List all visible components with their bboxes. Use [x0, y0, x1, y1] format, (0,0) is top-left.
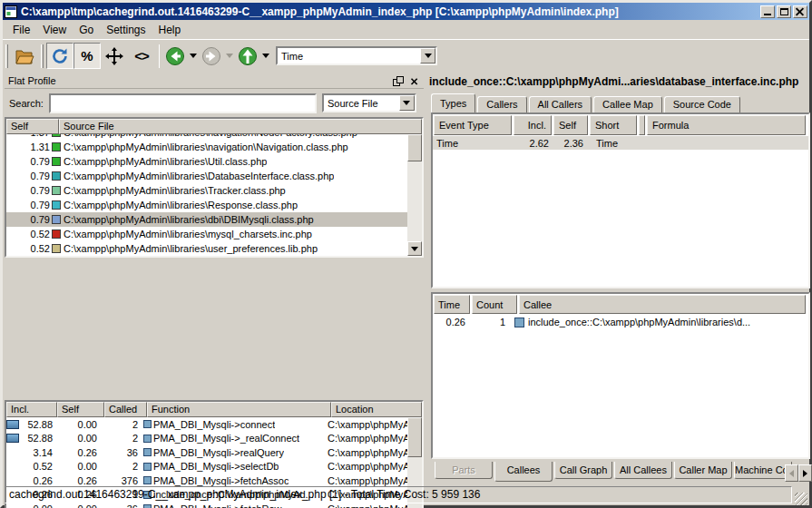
source-file-row[interactable]: 0.79 C:\xampp\phpMyAdmin\libraries\dbi\D…: [6, 212, 407, 227]
scroll-down-button[interactable]: [407, 241, 422, 256]
arrow-right-icon: [803, 470, 807, 477]
column-header-formula[interactable]: Formula: [647, 115, 806, 135]
column-header-incl[interactable]: Incl.: [514, 115, 552, 135]
event-type-row[interactable]: Time 2.62 2.36 Time: [433, 136, 808, 150]
column-header-source-file[interactable]: Source File: [59, 119, 422, 134]
source-file-row[interactable]: 0.79 C:\xampp\phpMyAdmin\libraries\Track…: [6, 183, 407, 198]
maximize-button[interactable]: [777, 5, 791, 18]
search-input[interactable]: [49, 93, 317, 113]
source-file-row[interactable]: 0.79 C:\xampp\phpMyAdmin\libraries\Util.…: [6, 154, 407, 169]
back-button[interactable]: [163, 43, 187, 69]
search-row: Search: Source File: [5, 91, 424, 115]
close-dock-button[interactable]: [407, 75, 421, 87]
flat-profile-panel: Flat Profile Search: Source File Self So…: [3, 72, 426, 484]
column-header-short[interactable]: Short: [590, 115, 637, 135]
function-row[interactable]: 52.88 0.00 2 PMA_DBI_Mysqli->_realConnec…: [6, 432, 407, 446]
column-header-called[interactable]: Called: [104, 402, 147, 417]
back-dropdown-icon[interactable]: [190, 54, 197, 58]
refresh-button[interactable]: [46, 43, 73, 69]
toolbar-handle[interactable]: [41, 44, 44, 68]
bottom-tab[interactable]: Machine Code: [734, 462, 792, 479]
dock-title-bar[interactable]: Flat Profile: [5, 73, 424, 89]
tabs-scroll-left-button[interactable]: [785, 464, 798, 482]
up-dropdown-icon[interactable]: [262, 54, 269, 58]
column-header-count[interactable]: Count: [472, 295, 517, 314]
source-file-path: C:\xampp\phpMyAdmin\libraries\Util.class…: [64, 156, 267, 167]
incl-value: 2.62: [513, 138, 549, 149]
column-header-event-type[interactable]: Event Type: [434, 115, 512, 135]
function-row[interactable]: 52.88 0.00 2 PMA_DBI_Mysqli->connect C:\…: [6, 417, 407, 432]
resize-grip-icon[interactable]: [795, 493, 807, 505]
vertical-scrollbar[interactable]: [407, 119, 422, 256]
function-row[interactable]: 0.52 0.00 2 PMA_DBI_Mysqli->selectDb C:\…: [6, 460, 407, 474]
event-type-value: Time: [278, 51, 420, 62]
combo-arrow-button[interactable]: [420, 48, 435, 64]
toolbar-handle[interactable]: [5, 44, 8, 68]
menu-item[interactable]: Settings: [100, 22, 152, 38]
forward-icon: [201, 46, 221, 66]
float-dock-button[interactable]: [391, 75, 405, 87]
location-value: C:\xampp\phpMyA: [328, 461, 407, 472]
menu-item[interactable]: Help: [152, 22, 188, 38]
bottom-tab[interactable]: All Callees: [614, 462, 672, 479]
column-header-incl[interactable]: Incl.: [6, 402, 57, 417]
detail-tab[interactable]: Callee Map: [593, 96, 662, 112]
combo-arrow-button[interactable]: [399, 95, 415, 111]
chevron-down-icon: [403, 101, 410, 105]
column-header-self[interactable]: Self: [57, 402, 104, 417]
detail-tab[interactable]: Source Code: [664, 96, 740, 112]
incl-value: 52.88: [22, 419, 57, 430]
location-value: C:\xampp\phpMyA: [328, 419, 407, 430]
menu-item[interactable]: Go: [73, 22, 100, 38]
source-file-row[interactable]: 0.79 C:\xampp\phpMyAdmin\libraries\Datab…: [6, 169, 407, 183]
menu-item[interactable]: View: [36, 22, 73, 38]
detail-tab[interactable]: Callers: [477, 96, 526, 112]
table-body: 1.37 C:\xampp\phpMyAdmin\libraries\navig…: [6, 134, 407, 256]
self-cost-value: 0.79: [6, 185, 50, 196]
grouping-combobox[interactable]: Source File: [322, 93, 416, 112]
function-row[interactable]: 3.14 0.26 36 PMA_DBI_Mysqli->realQuery C…: [6, 445, 407, 460]
source-file-path: C:\xampp\phpMyAdmin\libraries\dbi\DBIMys…: [64, 214, 314, 225]
file-color-swatch: [52, 244, 61, 253]
source-file-path: C:\xampp\phpMyAdmin\libraries\navigation…: [64, 142, 348, 152]
bottom-tab[interactable]: Parts: [435, 462, 493, 479]
column-header-self[interactable]: Self: [6, 119, 59, 134]
bottom-tab[interactable]: Call Graph: [554, 462, 612, 479]
tabs-scroll-right-button[interactable]: [798, 464, 812, 482]
scrollbar-thumb[interactable]: [407, 417, 422, 457]
function-icon: [143, 463, 152, 471]
source-file-row[interactable]: 0.52 C:\xampp\phpMyAdmin\libraries\user_…: [6, 241, 407, 256]
menu-item[interactable]: File: [6, 22, 36, 38]
source-file-row[interactable]: 1.31 C:\xampp\phpMyAdmin\libraries\navig…: [6, 140, 407, 154]
bottom-tab[interactable]: Callees: [494, 462, 553, 482]
title-bar[interactable]: C:\xampp\tmp\cachegrind.out.1416463299-C…: [3, 3, 809, 20]
column-header-spacer[interactable]: [639, 115, 645, 135]
bottom-tab[interactable]: Caller Map: [674, 462, 732, 479]
source-file-path: C:\xampp\phpMyAdmin\libraries\user_prefe…: [64, 243, 318, 254]
source-file-row[interactable]: 0.52 C:\xampp\phpMyAdmin\libraries\mysql…: [6, 227, 407, 241]
detail-tab[interactable]: Types: [431, 93, 475, 112]
open-file-button[interactable]: [11, 43, 38, 69]
self-cost-value: 0.79: [6, 200, 50, 210]
up-button[interactable]: [236, 43, 259, 69]
column-header-time[interactable]: Time: [434, 295, 470, 314]
source-file-path: C:\xampp\phpMyAdmin\libraries\Response.c…: [64, 200, 298, 210]
event-type-combobox[interactable]: Time: [276, 46, 437, 65]
detail-tab[interactable]: All Callers: [529, 96, 592, 112]
column-header-function[interactable]: Function: [147, 402, 331, 417]
expand-areas-button[interactable]: [101, 43, 128, 69]
column-header-location[interactable]: Location: [331, 402, 422, 417]
status-text: cachegrind.out.1416463299-C__xampp_phpMy…: [5, 486, 792, 503]
chevron-down-icon: [425, 54, 432, 58]
maximize-icon: [780, 8, 788, 15]
cycle-detection-button[interactable]: <>: [128, 43, 155, 69]
column-header-callee[interactable]: Callee: [519, 295, 806, 314]
minimize-button[interactable]: [760, 5, 775, 18]
close-button[interactable]: [793, 5, 807, 18]
callee-row[interactable]: 0.26 1 include_once::C:\xampp\phpMyAdmin…: [433, 315, 808, 329]
column-header-self[interactable]: Self: [553, 115, 588, 135]
scrollbar-thumb[interactable]: [407, 134, 422, 161]
forward-button[interactable]: [200, 43, 223, 69]
relative-percent-button[interactable]: %: [73, 43, 101, 69]
source-file-row[interactable]: 0.79 C:\xampp\phpMyAdmin\libraries\Respo…: [6, 198, 407, 212]
